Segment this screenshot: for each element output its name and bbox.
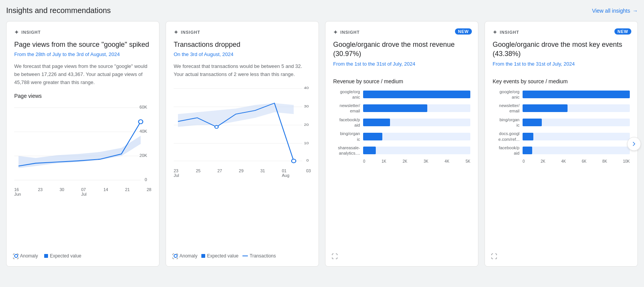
bar-row-4-2: newsletter/email: [493, 103, 630, 114]
new-badge-3: New: [455, 28, 472, 35]
insights-cards-row: ✦ INSIGHT Page views from the source "go…: [6, 21, 638, 267]
x-axis-labels-1: 16Jun 23 30 07Jul 14 21 28: [14, 187, 151, 196]
chart-title-3: Revenue by source / medium: [333, 78, 470, 84]
insight-card-3: ✦ INSIGHT New Google/organic drove the m…: [325, 21, 478, 267]
insight-star-icon-2: ✦: [174, 29, 179, 35]
bar-axis-3: 01K2K3K4K5K: [333, 159, 470, 163]
bar-row-4-5: facebook/paid: [493, 145, 630, 156]
card-subtitle-2: On the 3rd of August, 2024: [174, 51, 311, 57]
card-title-2: Transactions dropped: [174, 40, 311, 49]
bar-row-3-3: facebook/paid: [333, 117, 470, 128]
card-subtitle-4: From the 1st to the 31st of July, 2024: [493, 61, 630, 67]
new-badge-4: New: [614, 28, 631, 35]
chart-title-4: Key events by source / medium: [493, 78, 630, 84]
expected-legend-icon: [44, 254, 48, 258]
bar-row-3-2: newsletter/email: [333, 103, 470, 114]
page-title: Insights and recommendations: [6, 6, 111, 15]
svg-point-21: [292, 159, 296, 163]
transactions-legend-icon: [242, 256, 248, 256]
card-subtitle-1: From the 28th of July to the 3rd of Augu…: [14, 51, 151, 57]
line-chart-1: 60K 40K 20K 0 16Jun 23 30 07Jul: [14, 104, 151, 249]
svg-text:10: 10: [304, 141, 309, 145]
svg-text:0: 0: [145, 177, 147, 182]
bar-row-4-4: docs.google.com/ref...: [493, 131, 630, 142]
expected-legend-icon-2: [201, 254, 205, 258]
chart-legend-1: Anomaly Expected value: [14, 253, 151, 259]
insight-card-4: ✦ INSIGHT New Google/organic drove the m…: [485, 21, 638, 267]
card-body-1: We forecast that page views from the sou…: [14, 63, 151, 86]
expand-icon-1[interactable]: ⛶: [13, 253, 19, 260]
svg-text:20: 20: [304, 123, 309, 127]
bar-row-4-3: bing/organic: [493, 117, 630, 128]
bar-chart-3: google/organic newsletter/email facebook…: [333, 89, 470, 259]
svg-text:40: 40: [304, 86, 309, 90]
x-axis-labels-2: 23Jul 25 27 29 31 01Aug 03: [174, 168, 311, 178]
card-subtitle-3: From the 1st to the 31st of July, 2024: [333, 61, 470, 67]
svg-marker-20: [178, 103, 294, 127]
expand-icon-4[interactable]: ⛶: [491, 253, 497, 260]
view-all-insights-link[interactable]: View all insights →: [592, 8, 638, 14]
bar-row-3-5: shareasale-analytics....: [333, 145, 470, 156]
bar-chart-4: google/organic newsletter/email bing/org…: [493, 89, 630, 259]
bar-row-3-1: google/organic: [333, 89, 470, 100]
insight-label-4: ✦ INSIGHT New: [493, 29, 630, 35]
bar-row-4-1: google/organic: [493, 89, 630, 100]
svg-point-9: [139, 120, 143, 124]
bar-axis-4: 02K4K6K8K10K: [493, 159, 630, 163]
insight-card-2: ✦ INSIGHT Transactions dropped On the 3r…: [166, 21, 319, 267]
svg-text:40K: 40K: [139, 129, 148, 134]
card-title-4: Google/organic drove the most key events…: [493, 40, 630, 59]
expand-icon-3[interactable]: ⛶: [332, 253, 338, 260]
expand-icon-2[interactable]: ⛶: [172, 253, 178, 260]
insight-star-icon-3: ✦: [333, 29, 338, 35]
svg-text:30: 30: [304, 104, 309, 108]
chart-title-1: Page views: [14, 93, 151, 99]
insight-star-icon-1: ✦: [14, 29, 19, 35]
insight-label-2: ✦ INSIGHT: [174, 29, 311, 35]
card-title-3: Google/organic drove the most revenue (3…: [333, 40, 470, 59]
bar-row-3-4: bing/organic: [333, 131, 470, 142]
insight-label-1: ✦ INSIGHT: [14, 29, 151, 35]
svg-text:60K: 60K: [139, 105, 148, 109]
chart-legend-2: Anomaly Expected value Transactions: [174, 253, 311, 259]
card-body-2: We forecast that transactions would be b…: [174, 63, 311, 79]
svg-text:0: 0: [306, 158, 309, 162]
insight-card-1: ✦ INSIGHT Page views from the source "go…: [6, 21, 159, 267]
card-title-1: Page views from the source "google" spik…: [14, 40, 151, 49]
svg-point-22: [215, 125, 218, 129]
line-chart-2: 40 30 20 10 0 23Jul: [174, 85, 311, 249]
insight-star-icon-4: ✦: [493, 29, 498, 35]
svg-text:20K: 20K: [139, 153, 148, 158]
insight-label-3: ✦ INSIGHT New: [333, 29, 470, 35]
next-cards-button[interactable]: [627, 137, 641, 151]
